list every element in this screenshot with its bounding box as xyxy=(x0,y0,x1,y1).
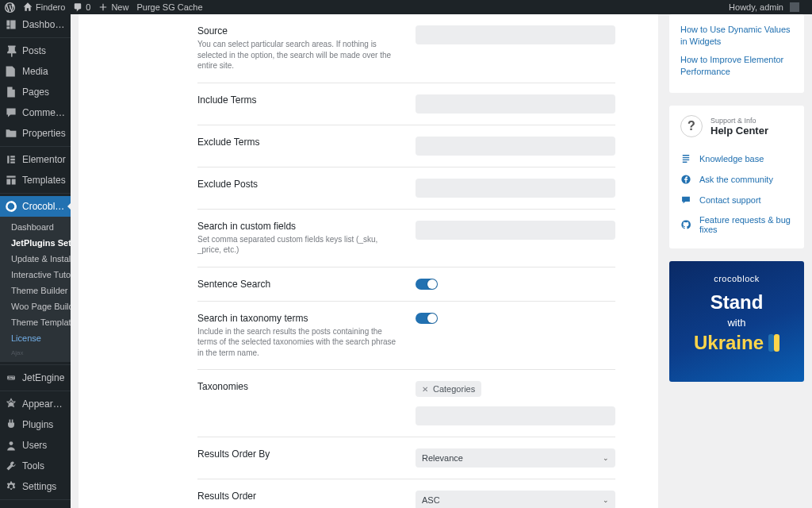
help-link-knowledge-base[interactable]: Knowledge base xyxy=(680,148,793,169)
submenu-item-woo-page-builder[interactable]: Woo Page Builder xyxy=(0,298,71,314)
field-source: SourceYou can select particular search a… xyxy=(197,14,615,83)
new-content-link[interactable]: New xyxy=(98,2,128,12)
submenu-crocoblock: DashboardJetPlugins SettingsUpdate & Ins… xyxy=(0,217,71,362)
ukraine-banner[interactable]: crocoblock Stand with Ukraine xyxy=(669,261,804,382)
results-order-by-select[interactable]: Relevance⌄ xyxy=(416,448,615,468)
banner-line3: Ukraine xyxy=(694,332,764,354)
menu-item-tools[interactable]: Tools xyxy=(0,456,71,476)
comments-link[interactable]: 0 xyxy=(73,2,90,12)
include-terms-input[interactable] xyxy=(416,94,615,114)
menu-label: Templates xyxy=(22,175,66,186)
submenu-item-license[interactable]: License xyxy=(0,330,71,346)
plugin-icon xyxy=(5,418,17,431)
search-in-taxonomy-terms-toggle[interactable] xyxy=(416,313,438,324)
settings-panel: SourceYou can select particular search a… xyxy=(79,14,658,508)
gh-icon xyxy=(680,219,691,230)
menu-item-comments[interactable]: Comments xyxy=(0,102,71,123)
comment-icon xyxy=(5,106,17,119)
media-icon xyxy=(5,65,17,78)
field-title: Include Terms xyxy=(197,94,400,106)
field-title: Sentence Search xyxy=(197,279,400,290)
templates-icon xyxy=(5,174,17,187)
menu-item-users[interactable]: Users xyxy=(0,435,71,456)
elementor-icon xyxy=(5,153,17,166)
wp-logo[interactable] xyxy=(5,2,15,13)
menu-item-posts[interactable]: Posts xyxy=(0,40,71,61)
menu-label: Dashboard xyxy=(22,19,66,30)
exclude-posts-input[interactable] xyxy=(416,179,615,198)
submenu-item-theme-builder[interactable]: Theme Builder xyxy=(0,283,71,298)
search-in-custom-fields-input[interactable] xyxy=(416,221,615,240)
site-name-link[interactable]: Findero xyxy=(23,2,65,12)
resource-link[interactable]: How to Use Dynamic Values in Widgets xyxy=(680,24,793,48)
results-order-select[interactable]: ASC⌄ xyxy=(416,491,615,508)
book-icon xyxy=(680,153,691,164)
menu-label: Posts xyxy=(22,45,46,56)
banner-brand: crocoblock xyxy=(677,274,796,283)
submenu-item-jetplugins-settings[interactable]: JetPlugins Settings xyxy=(0,235,71,251)
menu-label: Settings xyxy=(22,481,56,492)
menu-item-plugins[interactable]: Plugins xyxy=(0,414,71,435)
close-icon[interactable]: ✕ xyxy=(422,385,428,394)
taxonomies-input[interactable] xyxy=(416,406,615,425)
fb-icon xyxy=(680,174,691,185)
menu-kava-theme[interactable]: kava Theme xyxy=(0,502,71,508)
howdy-account[interactable]: Howdy, admin xyxy=(729,2,799,12)
banner-line1: Stand xyxy=(677,291,796,314)
submenu-item-dashboard[interactable]: Dashboard xyxy=(0,219,71,235)
menu-label: Elementor xyxy=(22,154,66,165)
croco-icon xyxy=(5,200,17,213)
field-title: Search in taxonomy terms xyxy=(197,313,400,324)
menu-item-settings[interactable]: Settings xyxy=(0,476,71,497)
field-desc: You can select particular search areas. … xyxy=(197,39,400,71)
svg-point-3 xyxy=(10,402,13,406)
site-name: Findero xyxy=(36,2,65,12)
menu-item-media[interactable]: Media xyxy=(0,61,71,82)
field-results-order-by: Results Order ByRelevance⌄ xyxy=(197,437,615,479)
sentence-search-toggle[interactable] xyxy=(416,279,438,290)
comment-icon xyxy=(73,2,82,12)
taxonomy-chip[interactable]: ✕Categories xyxy=(416,381,481,397)
resources-card: How to Use Dynamic Values in WidgetsHow … xyxy=(669,14,804,93)
menu-item-appearance[interactable]: Appearance xyxy=(0,394,71,414)
chevron-down-icon: ⌄ xyxy=(603,496,609,504)
menu-item-templates[interactable]: Templates xyxy=(0,170,71,190)
field-title: Results Order xyxy=(197,491,400,502)
sidebar-right: How to Use Dynamic Values in WidgetsHow … xyxy=(669,14,804,382)
help-link-ask-the-community[interactable]: Ask the community xyxy=(680,169,793,190)
resource-link[interactable]: How to Improve Elementor Performance xyxy=(680,54,793,78)
helpcenter-sub: Support & Info xyxy=(710,117,768,125)
menu-item-properties[interactable]: Properties xyxy=(0,123,71,144)
purge-label: Purge SG Cache xyxy=(136,2,202,12)
help-link-contact-support[interactable]: Contact support xyxy=(680,190,793,210)
field-exclude-terms: Exclude Terms xyxy=(197,125,615,167)
field-taxonomies: Taxonomies✕Categories xyxy=(197,370,615,437)
field-title: Exclude Posts xyxy=(197,179,400,190)
menu-item-jetengine[interactable]: JETJetEngine xyxy=(0,368,71,388)
source-input[interactable] xyxy=(416,25,615,44)
exclude-terms-input[interactable] xyxy=(416,137,615,156)
tools-icon xyxy=(5,460,17,472)
field-include-terms: Include Terms xyxy=(197,83,615,125)
submenu-footer: Ajax xyxy=(0,346,71,360)
menu-item-dashboard[interactable]: Dashboard xyxy=(0,14,71,35)
purge-cache-link[interactable]: Purge SG Cache xyxy=(136,2,202,12)
submenu-item-interactive-tutorials[interactable]: Interactive Tutorials xyxy=(0,267,71,283)
submenu-item-update-installation[interactable]: Update & Installation xyxy=(0,251,71,267)
plus-icon xyxy=(98,2,108,12)
menu-label: Pages xyxy=(22,87,49,98)
banner-line2: with xyxy=(677,317,796,329)
help-link-feature-requests-bug-fixes[interactable]: Feature requests & bug fixes xyxy=(680,210,793,239)
field-title: Exclude Terms xyxy=(197,137,400,148)
field-desc: Set comma separated custom fields keys l… xyxy=(197,234,400,256)
help-link-label: Contact support xyxy=(699,195,761,205)
main-content: SourceYou can select particular search a… xyxy=(71,14,812,508)
menu-item-pages[interactable]: Pages xyxy=(0,82,71,102)
submenu-item-theme-templates[interactable]: Theme Templates xyxy=(0,314,71,330)
menu-item-crocoblock[interactable]: Crocoblock xyxy=(0,196,71,217)
select-value: ASC xyxy=(422,495,440,505)
menu-item-elementor[interactable]: Elementor xyxy=(0,149,71,170)
menu-label: JetEngine xyxy=(22,372,64,383)
wordpress-icon xyxy=(5,2,15,13)
jetengine-icon: JET xyxy=(5,371,17,384)
